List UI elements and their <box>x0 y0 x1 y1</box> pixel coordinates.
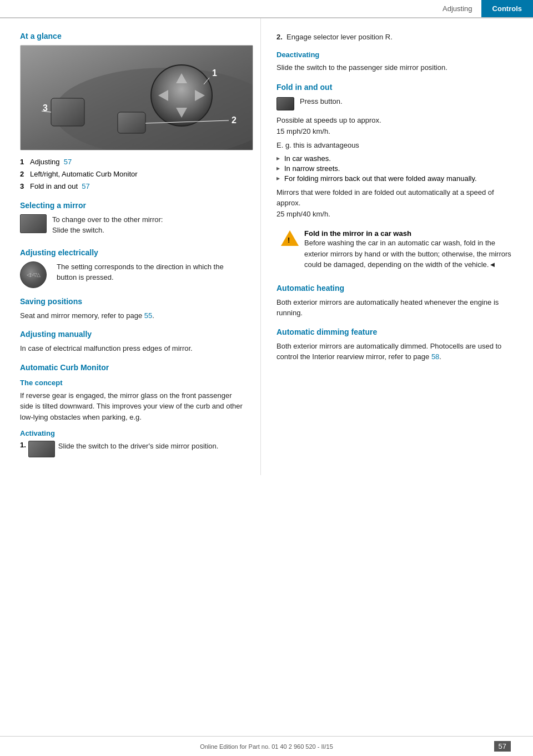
saving-positions-heading: Saving positions <box>20 297 245 306</box>
fold-in-out-heading: Fold in and out <box>276 83 517 92</box>
step-2: 2. Engage selector lever position R. <box>276 32 517 43</box>
adjusting-electrically-heading: Adjusting electrically <box>20 248 245 257</box>
svg-rect-2 <box>51 98 84 126</box>
warning-text-area: Fold in the mirror in a car wash Before … <box>304 229 513 270</box>
press-button-label: Press button. <box>300 96 343 107</box>
automatic-heating-heading: Automatic heating <box>276 284 517 293</box>
triangle-shape <box>281 230 299 246</box>
svg-text:2: 2 <box>232 115 237 125</box>
at-a-glance-heading: At a glance <box>20 32 245 41</box>
warning-triangle-icon <box>281 229 299 247</box>
deactivating-heading: Deactivating <box>276 51 517 59</box>
speed-text: Possible at speeds up to approx.15 mph/2… <box>276 115 517 137</box>
adjusting-manually-text: In case of electrical malfunction press … <box>20 343 245 354</box>
switch-image <box>20 214 47 233</box>
left-column: At a glance <box>0 18 261 475</box>
svg-rect-3 <box>118 112 145 133</box>
mirror-control-image: 3 1 2 <box>20 45 253 150</box>
footer: Online Edition for Part no. 01 40 2 960 … <box>0 736 533 756</box>
header-adjusting-label: Adjusting <box>434 0 481 17</box>
fold-bullets: In car washes. In narrow streets. For fo… <box>276 154 517 183</box>
activating-heading: Activating <box>20 429 245 437</box>
step1-image <box>28 441 55 457</box>
numbered-items-list: 1 Adjusting 57 2 Left/right, Automatic C… <box>20 157 245 192</box>
list-item-1: 1 Adjusting 57 <box>20 157 245 167</box>
warning-box: Fold in the mirror in a car wash Before … <box>276 225 517 275</box>
rotary-icon <box>20 261 47 288</box>
list-item-2: 2 Left/right, Automatic Curb Monitor <box>20 169 245 179</box>
svg-text:1: 1 <box>212 68 217 78</box>
footer-text: Online Edition for Part no. 01 40 2 960 … <box>200 743 333 750</box>
deactivating-text: Slide the switch to the passenger side m… <box>276 62 517 73</box>
saving-positions-text: Seat and mirror memory, refer to page 55… <box>20 310 245 321</box>
step-1: 1. Slide the switch to the driver's side… <box>20 441 245 457</box>
warning-heading: Fold in the mirror in a car wash <box>304 229 411 238</box>
warning-body: Before washing the car in an automatic c… <box>304 239 511 269</box>
concept-text: If reverse gear is engaged, the mirror g… <box>20 390 245 423</box>
selecting-mirror-text: To change over to the other mirror:Slide… <box>52 214 245 239</box>
bullet-car-washes: In car washes. <box>276 154 517 163</box>
the-concept-heading: The concept <box>20 379 245 387</box>
bullet-narrow-streets: In narrow streets. <box>276 164 517 173</box>
bullet-folding-back: For folding mirrors back out that were f… <box>276 174 517 183</box>
adjusting-electrically-text: The setting corresponds to the direction… <box>57 261 245 283</box>
mirrors-folded-text: Mirrors that were folded in are folded o… <box>276 187 517 220</box>
right-column: 2. Engage selector lever position R. Dea… <box>261 18 533 475</box>
advantageous-text: E. g. this is advantageous <box>276 140 517 151</box>
selecting-mirror-section: To change over to the other mirror:Slide… <box>20 214 245 239</box>
press-button-row: Press button. <box>276 96 517 110</box>
main-content: At a glance <box>0 18 533 475</box>
automatic-dimming-text: Both exterior mirrors are automatically … <box>276 341 517 362</box>
automatic-dimming-heading: Automatic dimming feature <box>276 327 517 336</box>
mirror-switch-icon <box>20 214 47 233</box>
header-bar: Adjusting Controls <box>0 0 533 18</box>
rotary-button-icon <box>20 261 51 288</box>
adjusting-electrically-section: The setting corresponds to the direction… <box>20 261 245 288</box>
automatic-curb-monitor-heading: Automatic Curb Monitor <box>20 363 245 372</box>
adjusting-manually-heading: Adjusting manually <box>20 330 245 339</box>
header-controls-label: Controls <box>481 0 533 17</box>
selecting-mirror-heading: Selecting a mirror <box>20 201 245 210</box>
press-button-icon <box>276 97 294 110</box>
page-number: 57 <box>494 741 511 752</box>
step1-text: Slide the switch to the driver's side mi… <box>58 441 219 452</box>
list-item-3: 3 Fold in and out 57 <box>20 182 245 191</box>
automatic-heating-text: Both exterior mirrors are automatically … <box>276 297 517 319</box>
